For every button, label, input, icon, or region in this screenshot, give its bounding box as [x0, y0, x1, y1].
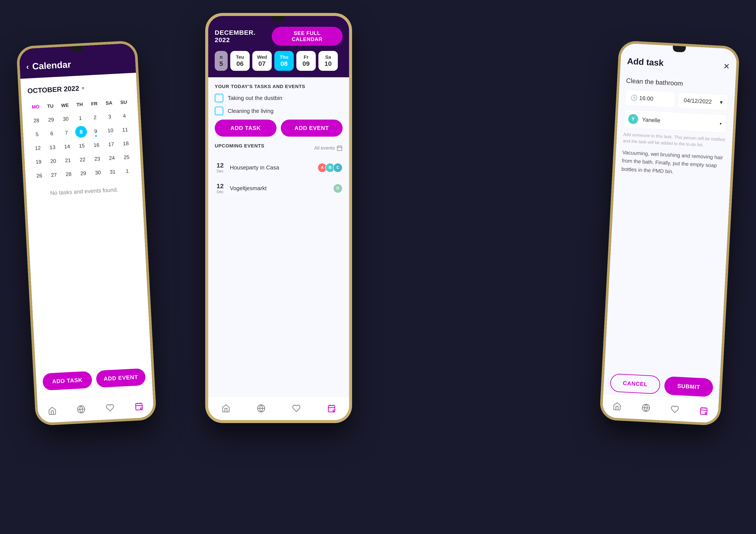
day-card-partial[interactable]: n 5	[215, 51, 228, 71]
chevron-down-icon: ▾	[719, 99, 723, 106]
cal-day[interactable]: 23	[90, 152, 105, 165]
cal-day[interactable]: 15	[74, 140, 90, 152]
cal-day[interactable]: 12	[30, 141, 45, 154]
nav-calendar[interactable]	[134, 402, 144, 411]
day-dots-icon: ··	[290, 52, 292, 56]
see-full-calendar-button[interactable]: SEE FULL CALENDAR	[272, 27, 342, 46]
task-checkbox-2[interactable]	[215, 107, 223, 115]
nav-home-right[interactable]	[612, 402, 622, 411]
center-month-row: DECEMBER. 2022 SEE FULL CALENDAR	[215, 27, 342, 46]
cal-day[interactable]: 6	[44, 127, 59, 140]
svg-rect-9	[338, 146, 342, 151]
add-task-button[interactable]: ADD TASK	[42, 371, 93, 391]
day-card-wed[interactable]: Wed 07	[252, 51, 272, 71]
nav-globe-right[interactable]	[641, 403, 650, 412]
no-tasks-text: No tasks and events found.	[33, 186, 136, 197]
weekday-sa: SA	[101, 97, 117, 109]
cal-day[interactable]: 8	[73, 126, 89, 139]
cal-day[interactable]: 20	[45, 155, 61, 167]
svg-line-23	[642, 408, 650, 408]
cal-day[interactable]: 5	[29, 128, 45, 141]
task-name-display: Clean the bathroom	[626, 77, 729, 90]
upcoming-header: UPCOMING EVENTS All events	[215, 143, 342, 153]
date-field[interactable]: 04/12/2022 ▾	[678, 92, 728, 111]
cancel-button[interactable]: CANCEL	[610, 373, 661, 394]
cal-day[interactable]: 26	[32, 169, 47, 182]
cal-day[interactable]: 11	[118, 123, 133, 136]
cal-day[interactable]: 13	[45, 141, 60, 154]
cal-day[interactable]: 28	[29, 114, 44, 127]
nav-piggy-center[interactable]	[292, 404, 301, 413]
assignee-row[interactable]: Y Yanelle ▾	[624, 110, 727, 133]
month-dropdown-icon[interactable]: ▾	[82, 85, 84, 91]
event-item-1[interactable]: 12 Dec Houseparty in Casa A B C	[215, 157, 342, 178]
left-phone: ‹ Calendar OCTOBER 2022 ▾ MO TU WE	[16, 40, 157, 426]
nav-calendar-center[interactable]	[327, 404, 336, 413]
upcoming-label: UPCOMING EVENTS	[215, 143, 264, 149]
day-card-sat[interactable]: Sa 10	[318, 51, 338, 71]
submit-button[interactable]: SUBMIT	[664, 376, 714, 397]
svg-line-1	[78, 409, 85, 409]
task-item-2[interactable]: Cleaning the living	[215, 107, 342, 115]
weekday-mo: MO	[28, 101, 43, 113]
left-btn-row: ADD TASK ADD EVENT	[36, 361, 153, 397]
task-label-1: Taking out the dustbin	[228, 95, 282, 101]
close-button[interactable]: ✕	[723, 62, 730, 71]
svg-line-5	[136, 405, 142, 406]
cal-day[interactable]: 25	[119, 151, 134, 164]
nav-home[interactable]	[48, 406, 57, 415]
avatar-3: C	[333, 163, 342, 172]
day-card-fri[interactable]: ·· Fr 09	[296, 51, 316, 71]
cal-day[interactable]: 27	[46, 168, 62, 181]
nav-home-center[interactable]	[222, 404, 230, 413]
avatar-4: D	[333, 184, 342, 193]
cal-day[interactable]: 22	[75, 153, 90, 166]
cal-day[interactable]: 31	[105, 165, 120, 178]
center-month-title: DECEMBER. 2022	[215, 29, 272, 44]
nav-globe-center[interactable]	[257, 404, 265, 413]
cal-day[interactable]: 7	[59, 126, 74, 139]
cal-day[interactable]: 16	[89, 139, 104, 151]
weekday-su: SU	[116, 96, 131, 108]
day-card-thu-active[interactable]: ·· Thu 08	[274, 51, 294, 71]
time-field[interactable]: 🕓 16:00	[625, 89, 675, 108]
cal-day[interactable]: 4	[117, 110, 132, 122]
all-events-link[interactable]: All events	[314, 145, 342, 151]
back-button[interactable]: ‹	[26, 62, 29, 71]
task-description: Vacuuming, wet brushing and removing hai…	[621, 148, 725, 179]
event-item-2[interactable]: 12 Dec Vogeltjesmarkt D	[215, 178, 342, 199]
center-add-event-button[interactable]: ADD EVENT	[281, 119, 342, 137]
event-name-2: Vogeltjesmarkt	[230, 185, 331, 192]
nav-calendar-right[interactable]	[699, 406, 708, 415]
cal-day[interactable]: 21	[60, 154, 76, 166]
task-checkbox-1[interactable]	[215, 94, 223, 102]
cal-day[interactable]: 10	[103, 124, 118, 137]
cal-day[interactable]: 1	[73, 112, 88, 125]
cal-day[interactable]: 28	[61, 168, 76, 180]
center-btn-row: ADD TASK ADD EVENT	[215, 119, 342, 137]
task-item-1[interactable]: Taking out the dustbin	[215, 94, 342, 102]
right-body: Clean the bathroom 🕓 16:00 04/12/2022 ▾ …	[602, 70, 736, 423]
nav-globe[interactable]	[77, 405, 86, 414]
cal-day[interactable]: 1	[120, 165, 135, 177]
cal-day[interactable]: 29	[43, 113, 59, 126]
cal-day[interactable]: 18	[118, 137, 133, 150]
cal-day[interactable]: 29	[76, 167, 91, 180]
cal-day[interactable]: 9	[88, 125, 103, 138]
cal-day[interactable]: 19	[31, 155, 46, 168]
cal-day[interactable]: 30	[58, 113, 73, 125]
cal-day[interactable]: 17	[103, 138, 119, 151]
cal-day[interactable]: 3	[102, 110, 117, 123]
center-add-task-button[interactable]: ADD TASK	[215, 119, 277, 137]
day-card-tue[interactable]: Teu 06	[230, 51, 250, 71]
calendar-grid: MO TU WE TH FR SA SU 28 29 30	[28, 96, 135, 182]
cal-day[interactable]: 2	[88, 111, 103, 124]
nav-piggy[interactable]	[105, 403, 115, 412]
add-event-button[interactable]: ADD EVENT	[96, 368, 146, 388]
cal-day[interactable]: 30	[90, 166, 106, 179]
cal-day[interactable]: 14	[59, 140, 75, 153]
cal-day[interactable]: 24	[104, 152, 120, 165]
tasks-section-label: YOUR TODAY'S TASKS AND EVENTS	[215, 84, 342, 89]
nav-piggy-right[interactable]	[670, 405, 679, 414]
month-title: OCTOBER 2022	[27, 85, 79, 95]
